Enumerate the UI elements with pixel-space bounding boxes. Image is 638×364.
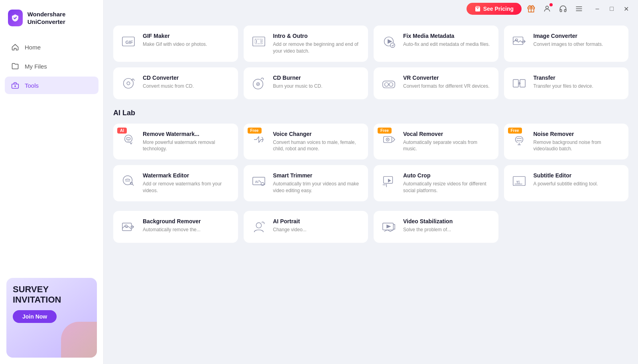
free-tag-noise: Free <box>508 128 522 134</box>
sidebar: Wondershare UniConverter Home My Files T… <box>0 0 104 364</box>
background-remover-desc: Automatically remove the... <box>143 226 232 233</box>
svg-rect-11 <box>252 37 264 46</box>
bg-remove-icon <box>120 218 137 236</box>
sidebar-nav: Home My Files Tools <box>0 34 103 272</box>
folder-icon <box>11 62 19 70</box>
tool-card-cd-burner[interactable]: CD Burner Burn your music to CD. <box>244 67 368 99</box>
tool-card-subtitle-editor[interactable]: T| Subtitle Editor A powerful subtitle e… <box>504 165 629 201</box>
vr-converter-desc: Convert formats for different VR devices… <box>403 83 492 90</box>
tool-card-video-stabilization[interactable]: Video Stabilization Solve the problem of… <box>374 211 498 243</box>
tool-card-transfer[interactable]: Transfer Transfer your files to device. <box>504 67 629 99</box>
cd-converter-name: CD Converter <box>143 75 232 81</box>
see-pricing-button[interactable]: See Pricing <box>467 3 522 15</box>
svg-marker-48 <box>386 224 391 228</box>
noise-remover-desc: Remove background noise from video/audio… <box>534 139 622 153</box>
sidebar-item-myfiles[interactable]: My Files <box>5 57 98 75</box>
ai-portrait-icon <box>250 218 268 236</box>
smart-trimmer-icon: AI <box>250 172 268 190</box>
gif-maker-desc: Make Gif with video or photos. <box>143 41 232 48</box>
vocal-remover-desc: Automatically separate vocals from music… <box>403 139 492 153</box>
tool-card-background-remover[interactable]: Background Remover Automatically remove … <box>113 211 238 243</box>
svg-point-19 <box>127 82 130 85</box>
watermark-editor-icon <box>120 172 137 190</box>
svg-point-24 <box>385 83 389 87</box>
subtitle-editor-name: Subtitle Editor <box>534 172 622 179</box>
smart-trimmer-name: Smart Trimmer <box>273 172 362 179</box>
home-icon <box>11 43 19 51</box>
voice-changer-name: Voice Changer <box>273 131 362 137</box>
tool-card-remove-watermark[interactable]: AI Remove Watermark... More powerful wat… <box>113 124 238 160</box>
cd-burner-desc: Burn your music to CD. <box>273 83 362 90</box>
survey-illustration <box>61 322 97 358</box>
sidebar-item-tools[interactable]: Tools <box>5 77 98 94</box>
fix-media-metadata-name: Fix Media Metadata <box>403 33 492 39</box>
join-now-button[interactable]: Join Now <box>13 310 57 323</box>
survey-card: SURVEY INVITATION Join Now <box>6 278 97 358</box>
gift-icon[interactable] <box>526 3 537 14</box>
tool-card-watermark-editor[interactable]: Watermark Editor Add or remove watermark… <box>113 165 238 201</box>
image-converter-icon <box>510 33 528 50</box>
see-pricing-label: See Pricing <box>483 6 514 12</box>
svg-rect-27 <box>520 79 525 87</box>
tool-card-voice-changer[interactable]: Free Voice Changer Convert human voices … <box>244 124 368 160</box>
sidebar-item-tools-label: Tools <box>25 82 39 89</box>
cart-icon <box>475 6 481 12</box>
tool-card-intro-outro[interactable]: Intro & Outro Add or remove the beginnin… <box>244 26 368 62</box>
vr-converter-name: VR Converter <box>403 75 492 81</box>
ai-portrait-name: AI Portrait <box>273 218 362 224</box>
tool-card-auto-crop[interactable]: Auto Crop Automatically resize videos fo… <box>374 165 498 201</box>
ai-lab-title: AI Lab <box>113 109 628 117</box>
sidebar-item-myfiles-label: My Files <box>25 63 47 70</box>
tool-card-gif-maker[interactable]: GIF GIF Maker Make Gif with video or pho… <box>113 26 238 62</box>
cd-burner-icon <box>250 75 268 92</box>
close-button[interactable]: ✕ <box>620 3 632 14</box>
vocal-remover-name: Vocal Remover <box>403 131 492 137</box>
image-converter-desc: Convert images to other formats. <box>534 41 622 48</box>
gif-icon: GIF <box>120 33 137 50</box>
svg-point-46 <box>256 222 261 228</box>
ai-tag: AI <box>117 128 127 134</box>
svg-rect-36 <box>252 177 264 185</box>
menu-icon[interactable] <box>573 3 585 14</box>
watermark-editor-desc: Add or remove watermarks from your video… <box>143 181 232 194</box>
ai-lab-grid: AI Remove Watermark... More powerful wat… <box>113 124 628 201</box>
stabilize-icon <box>380 218 398 236</box>
svg-point-34 <box>123 176 132 185</box>
tool-card-cd-converter[interactable]: CD Converter Convert music from CD. <box>113 67 238 99</box>
intro-outro-icon <box>250 33 268 50</box>
image-converter-name: Image Converter <box>534 33 622 39</box>
app-name: Wondershare UniConverter <box>28 10 95 26</box>
headset-icon[interactable] <box>557 3 569 14</box>
maximize-button[interactable]: □ <box>606 3 617 14</box>
sidebar-bottom: SURVEY INVITATION Join Now <box>0 272 103 364</box>
svg-text:T|: T| <box>516 180 519 184</box>
svg-point-38 <box>261 183 264 186</box>
video-stabilization-desc: Solve the problem of... <box>403 226 492 233</box>
minimize-button[interactable]: – <box>592 3 603 14</box>
user-icon[interactable] <box>542 3 553 14</box>
auto-crop-name: Auto Crop <box>403 172 492 179</box>
tool-card-smart-trimmer[interactable]: AI Smart Trimmer Automatically trim your… <box>244 165 368 201</box>
svg-text:AI: AI <box>255 180 258 184</box>
tool-card-image-converter[interactable]: Image Converter Convert images to other … <box>504 26 629 62</box>
ai-lab-grid-2: Background Remover Automatically remove … <box>113 211 628 243</box>
remove-watermark-name: Remove Watermark... <box>143 131 232 137</box>
sidebar-item-home[interactable]: Home <box>5 38 98 56</box>
svg-point-5 <box>546 6 549 9</box>
transfer-icon <box>510 75 528 92</box>
svg-rect-12 <box>255 39 262 43</box>
fix-media-metadata-icon <box>380 33 398 50</box>
intro-outro-name: Intro & Outro <box>273 33 362 39</box>
titlebar: See Pricing <box>104 0 638 18</box>
sidebar-item-home-label: Home <box>25 44 41 51</box>
tool-card-vr-converter[interactable]: VR Converter Convert formats for differe… <box>374 67 498 99</box>
ai-portrait-desc: Change video... <box>273 226 362 233</box>
tool-card-ai-portrait[interactable]: AI Portrait Change video... <box>244 211 368 243</box>
tool-card-vocal-remover[interactable]: Free Vocal Remover Automatically separat… <box>374 124 498 160</box>
tool-card-fix-media-metadata[interactable]: Fix Media Metadata Auto-fix and edit met… <box>374 26 498 62</box>
tool-card-noise-remover[interactable]: Free Noise Remover Remove background noi… <box>504 124 629 160</box>
video-stabilization-name: Video Stabilization <box>403 218 492 224</box>
vr-converter-icon <box>380 75 398 92</box>
auto-crop-icon <box>380 172 398 190</box>
gif-maker-name: GIF Maker <box>143 33 232 39</box>
